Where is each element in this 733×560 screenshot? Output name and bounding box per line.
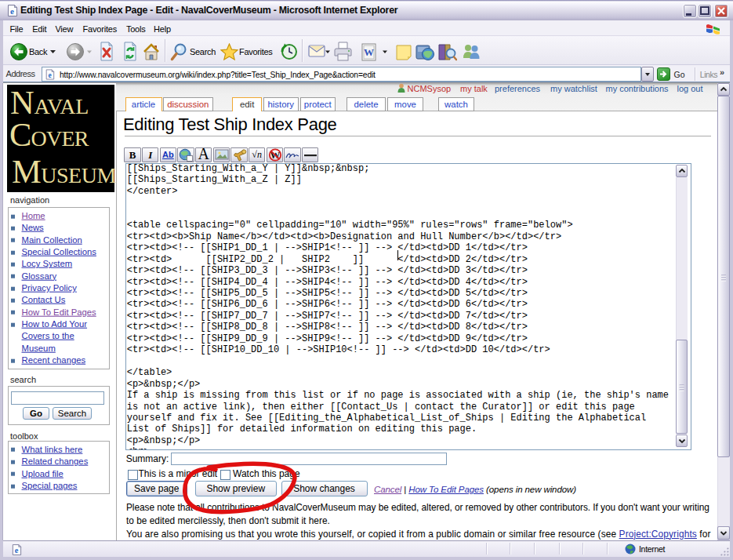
svg-text:e: e <box>10 6 14 16</box>
svg-text:e: e <box>48 71 51 79</box>
svg-text:e: e <box>15 546 19 555</box>
svg-text:W: W <box>364 46 374 58</box>
